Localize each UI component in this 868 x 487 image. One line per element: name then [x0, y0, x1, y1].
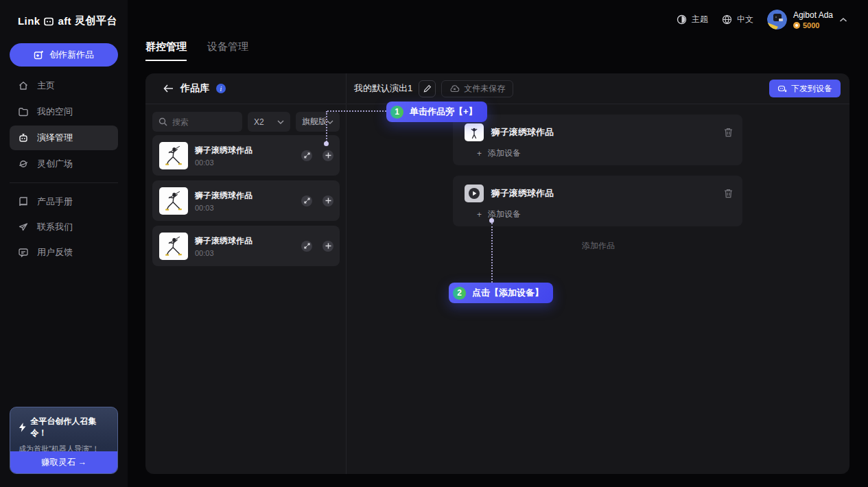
expand-icon: [304, 152, 310, 158]
tab-group-control[interactable]: 群控管理: [145, 40, 187, 61]
sidebar-item-product-manual[interactable]: 产品手册: [10, 189, 118, 214]
work-duration: 00:03: [195, 249, 291, 257]
canvas-work-thumbnail: [465, 123, 484, 141]
sidebar-item-performance-management[interactable]: 演绎管理: [10, 126, 118, 150]
sidebar: Link aft 灵创平台 创作新作品 主页 我的空间: [0, 0, 128, 487]
promo-title: 全平台创作人召集令！: [30, 416, 109, 439]
brand-prefix: Link: [18, 15, 40, 27]
deploy-to-device-button[interactable]: 下发到设备: [769, 80, 841, 97]
work-title: 狮子滚绣球作品: [195, 145, 291, 156]
add-work-button[interactable]: 添加作品: [347, 240, 849, 252]
preview-work-button[interactable]: [301, 195, 312, 206]
work-info: 狮子滚绣球作品 00:03: [195, 235, 291, 257]
plus-icon: [325, 243, 331, 249]
paper-plane-icon: [18, 222, 29, 233]
book-icon: [18, 196, 29, 207]
creator-promo-card: 全平台创作人召集令！ 成为首批"机器人导演"！ 赚取灵石 →: [10, 407, 118, 474]
create-new-work-button[interactable]: 创作新作品: [10, 43, 118, 67]
work-title: 狮子滚绣球作品: [195, 190, 291, 202]
delete-card-button[interactable]: [724, 189, 733, 198]
work-thumbnail: [159, 142, 188, 169]
sidebar-item-plaza[interactable]: 灵创广场: [10, 152, 118, 176]
chevron-up-icon[interactable]: [839, 17, 847, 23]
work-info: 狮子滚绣球作品 00:03: [195, 145, 291, 167]
sidebar-item-my-space[interactable]: 我的空间: [10, 99, 118, 124]
theme-toggle[interactable]: 主题: [677, 14, 708, 25]
back-button[interactable]: [163, 84, 174, 93]
folder-icon: [18, 106, 29, 117]
search-input[interactable]: [172, 117, 234, 127]
planet-icon: [18, 158, 29, 169]
pencil-icon: [423, 84, 432, 93]
sidebar-divider: [10, 182, 118, 183]
back-arrow-icon: [163, 84, 174, 93]
cloud-unsaved-icon: [449, 84, 460, 93]
work-duration: 00:03: [195, 158, 291, 167]
add-work-to-canvas-button[interactable]: [322, 150, 333, 161]
theme-icon: [677, 14, 687, 25]
add-device-button[interactable]: + 添加设备: [477, 147, 521, 159]
save-status-chip: 文件未保存: [441, 80, 513, 97]
canvas-header: 我的默认演出1 文件未保存 下发到设备: [347, 73, 849, 104]
works-library-header: 作品库 i: [145, 73, 346, 104]
brand-suffix: aft: [58, 15, 71, 27]
sidebar-item-label: 我的空间: [37, 106, 73, 118]
sidebar-item-user-feedback[interactable]: 用户反馈: [10, 240, 118, 265]
user-avatar: [767, 10, 787, 29]
globe-icon: [722, 14, 732, 25]
preview-work-button[interactable]: [301, 150, 312, 161]
edition-select[interactable]: 旗舰版: [296, 112, 340, 132]
group-control-panel: 作品库 i X2 旗舰版: [145, 73, 849, 474]
create-work-icon: [34, 50, 44, 60]
main-tabs: 群控管理 设备管理: [145, 40, 248, 61]
add-device-button[interactable]: + 添加设备: [477, 209, 521, 220]
tour-step-number: 1: [390, 106, 403, 119]
speed-select[interactable]: X2: [248, 112, 290, 132]
canvas-work-thumbnail-playing: [465, 185, 484, 202]
library-work-item: 狮子滚绣球作品 00:03: [152, 226, 340, 266]
sidebar-nav-secondary: 产品手册 联系我们 用户反馈: [10, 189, 118, 265]
plus-icon: +: [477, 149, 482, 158]
language-switcher[interactable]: 中文: [722, 14, 753, 25]
brand-logo: Link aft 灵创平台: [18, 14, 117, 27]
search-box: [152, 112, 242, 132]
tour-connector-endpoint-1: [324, 141, 329, 146]
theme-label: 主题: [692, 14, 708, 25]
work-thumbnail: [159, 233, 188, 260]
credits-value: 5000: [803, 21, 819, 29]
plus-icon: [325, 198, 331, 204]
sidebar-item-label: 联系我们: [37, 221, 73, 233]
trash-icon: [724, 189, 733, 198]
sidebar-item-contact-us[interactable]: 联系我们: [10, 215, 118, 239]
username: Agibot Ada: [793, 10, 833, 20]
create-work-label: 创作新作品: [49, 49, 94, 61]
topbar: 主题 中文 Agibot Ada 5000: [677, 10, 847, 29]
tour-connector-vertical-1: [326, 111, 327, 142]
lightning-icon: [19, 423, 26, 432]
info-icon[interactable]: i: [216, 84, 226, 93]
sidebar-nav-primary: 主页 我的空间 演绎管理 灵创广场: [10, 73, 118, 178]
delete-card-button[interactable]: [724, 128, 733, 137]
play-icon: [468, 187, 480, 200]
add-work-to-canvas-button[interactable]: [322, 241, 333, 252]
earn-gems-button[interactable]: 赚取灵石 →: [10, 451, 117, 473]
save-status-label: 文件未保存: [464, 83, 505, 95]
deploy-robot-icon: [777, 84, 787, 93]
canvas-work-card: 狮子滚绣球作品 + 添加设备: [453, 176, 742, 226]
tour-step-text: 单击作品旁【+】: [410, 106, 478, 118]
add-device-label: 添加设备: [488, 147, 521, 159]
coin-icon: [793, 22, 800, 29]
trash-icon: [724, 128, 733, 137]
canvas-work-card: 狮子滚绣球作品 + 添加设备: [453, 115, 742, 165]
sidebar-item-home[interactable]: 主页: [10, 73, 118, 98]
tab-device-management[interactable]: 设备管理: [207, 40, 248, 61]
works-library-pane: 作品库 i X2 旗舰版: [145, 73, 347, 474]
preview-work-button[interactable]: [301, 241, 312, 252]
language-label: 中文: [737, 14, 753, 25]
rename-button[interactable]: [419, 80, 436, 97]
expand-icon: [304, 243, 310, 249]
credits-badge: 5000: [793, 21, 833, 29]
user-account[interactable]: Agibot Ada 5000: [767, 10, 847, 29]
add-work-to-canvas-button[interactable]: [322, 195, 333, 206]
sidebar-item-label: 产品手册: [37, 195, 73, 208]
